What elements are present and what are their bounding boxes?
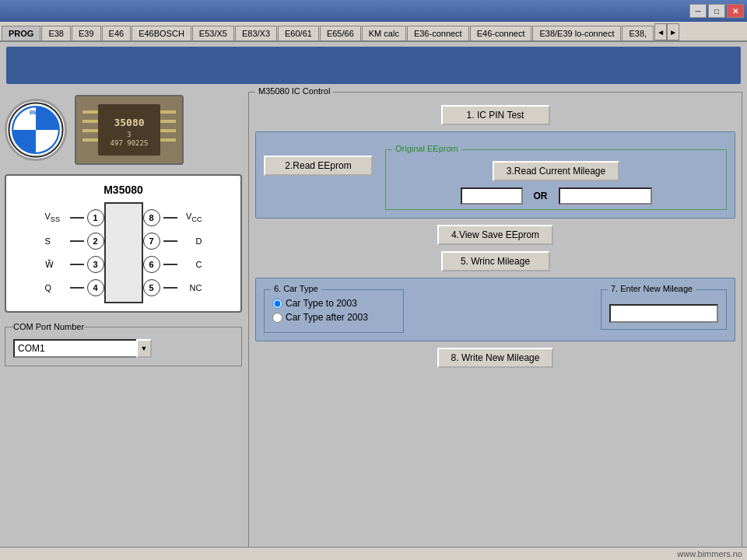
pin-line-6 — [163, 264, 177, 265]
tab-e6566[interactable]: E65/66 — [320, 26, 361, 40]
view-save-eeprom-row: 4.View Save EEprom — [255, 225, 735, 245]
new-mileage-legend: 7. Enter New Mileage — [608, 284, 696, 293]
com-select-row: COM1 COM2 COM3 COM4 ▼ — [13, 339, 233, 358]
view-save-eeprom-button[interactable]: 4.View Save EEprom — [437, 225, 553, 245]
tab-e39[interactable]: E39 — [72, 26, 101, 40]
pin-label-vss: VSS — [45, 212, 67, 223]
car-type-to2003-radio[interactable] — [272, 299, 282, 309]
pin-row-8: VCC 8 — [143, 209, 202, 226]
pin-label-q: Q — [45, 283, 67, 292]
car-type-mileage-row: 6. Car Type Car Type to 2003 Car Type af… — [264, 289, 727, 333]
pin-line-3 — [70, 264, 84, 265]
maximize-button[interactable]: □ — [708, 4, 725, 18]
pin-label-vcc: VCC — [181, 212, 202, 223]
write-new-mileage-button[interactable]: 8. Write New Mileage — [437, 348, 554, 368]
pin-label-d: D — [181, 236, 202, 246]
tab-e83x3[interactable]: E83/X3 — [235, 26, 277, 40]
pin-num-3: 3 — [87, 256, 104, 273]
svg-rect-12 — [160, 138, 176, 142]
tab-e38e39lo[interactable]: E38/E39 lo-connect — [532, 26, 621, 40]
logo-area: BMW — [5, 92, 242, 168]
com-port-select[interactable]: COM1 COM2 COM3 COM4 — [13, 339, 138, 358]
tab-scroll-left[interactable]: ◄ — [654, 23, 667, 40]
tab-e46[interactable]: E46 — [102, 26, 132, 40]
ic-pin-test-row: 1. IC PIN Test — [255, 105, 735, 125]
chip-image: 35080 3 497 9022S — [75, 95, 184, 165]
mileage-inputs-row: OR — [394, 187, 718, 205]
car-type-after2003-radio[interactable] — [272, 313, 282, 323]
tab-e36connect[interactable]: E36-connect — [407, 26, 469, 40]
new-mileage-box: 7. Enter New Mileage — [601, 289, 727, 330]
svg-rect-9 — [160, 110, 176, 114]
com-port-section: COM Port Number COM1 COM2 COM3 COM4 ▼ — [5, 322, 242, 366]
pin-num-5: 5 — [143, 279, 160, 296]
tab-e53x5[interactable]: E53/X5 — [192, 26, 234, 40]
wrinc-mileage-row: 5. Wrinc Mileage — [255, 251, 735, 271]
close-button[interactable]: ✕ — [727, 4, 744, 18]
tab-e46bosch[interactable]: E46BOSCH — [132, 26, 191, 40]
pin-num-2: 2 — [87, 233, 104, 250]
pin-label-w: W̄ — [45, 260, 67, 270]
select-arrow-icon[interactable]: ▼ — [136, 339, 152, 358]
pin-num-8: 8 — [143, 209, 160, 226]
tab-e6061[interactable]: E60/61 — [278, 26, 319, 40]
pin-row-5: NC 5 — [143, 279, 202, 296]
car-type-to2003-label[interactable]: Car Type to 2003 — [272, 298, 395, 309]
read-current-mileage-button[interactable]: 3.Read Current Mileage — [493, 161, 619, 181]
svg-rect-8 — [82, 138, 98, 142]
read-eeprom-button[interactable]: 2.Read EEprom — [264, 156, 373, 176]
mileage-input-2[interactable] — [559, 187, 652, 205]
tab-prog[interactable]: PROG — [2, 26, 40, 41]
minimize-button[interactable]: ─ — [689, 4, 707, 18]
svg-rect-7 — [82, 129, 98, 132]
car-type-legend: 6. Car Type — [271, 284, 321, 293]
eeprom-row: 2.Read EEprom Original EEprom 3.Read Cur… — [264, 140, 727, 210]
ic-diagram-title: M35080 — [16, 184, 231, 196]
window-controls: ─ □ ✕ — [689, 4, 744, 18]
svg-text:35080: 35080 — [114, 117, 144, 128]
pin-num-7: 7 — [143, 233, 160, 250]
ic-chip-body — [104, 202, 143, 303]
car-type-after2003-label[interactable]: Car Type after 2003 — [272, 312, 395, 323]
original-eeprom-box: Original EEprom 3.Read Current Mileage O… — [385, 149, 727, 210]
svg-text:3: 3 — [128, 131, 132, 138]
svg-rect-5 — [82, 110, 98, 114]
new-mileage-input-wrap — [609, 304, 718, 323]
new-mileage-input[interactable] — [609, 304, 718, 323]
bmw-logo: BMW — [5, 99, 67, 161]
pin-row-2: S 2 — [45, 233, 104, 250]
pin-label-c: C — [181, 260, 202, 269]
original-eeprom-wrap: Original EEprom 3.Read Current Mileage O… — [385, 140, 727, 210]
pin-label-nc: NC — [181, 283, 202, 292]
tab-e38[interactable]: E38 — [41, 26, 71, 40]
right-panel: M35080 IC Control 1. IC PIN Test 2.Read … — [248, 92, 742, 560]
tab-kmcalc[interactable]: KM calc — [362, 26, 406, 40]
read-eeprom-section: 2.Read EEprom Original EEprom 3.Read Cur… — [255, 131, 735, 219]
pin-line-8 — [163, 217, 177, 219]
pin-row-7: D 7 — [143, 233, 202, 250]
wrinc-mileage-button[interactable]: 5. Wrinc Mileage — [441, 251, 550, 271]
tab-e38comma[interactable]: E38, — [622, 26, 654, 40]
read-eeprom-btn-wrap: 2.Read EEprom — [264, 140, 373, 176]
title-bar: ─ □ ✕ — [0, 0, 747, 22]
svg-rect-11 — [160, 129, 176, 132]
ic-pin-test-button[interactable]: 1. IC PIN Test — [441, 105, 550, 125]
car-type-to2003-text: Car Type to 2003 — [286, 298, 357, 309]
svg-text:497 9022S: 497 9022S — [110, 139, 149, 147]
mileage-input-1[interactable] — [461, 187, 523, 205]
tab-bar: PROG E38 E39 E46 E46BOSCH E53/X5 E83/X3 … — [0, 22, 747, 42]
pin-row-3: W̄ 3 — [45, 256, 104, 273]
left-panel: BMW — [5, 92, 242, 560]
tab-scroll-right[interactable]: ► — [667, 23, 679, 40]
svg-rect-4 — [98, 104, 160, 156]
car-type-box: 6. Car Type Car Type to 2003 Car Type af… — [264, 289, 404, 333]
pin-label-s: S — [45, 236, 67, 246]
ic-pins-right: VCC 8 D 7 C 6 NC — [143, 209, 202, 296]
pin-row-6: C 6 — [143, 256, 202, 273]
com-port-fieldset: COM Port Number COM1 COM2 COM3 COM4 ▼ — [5, 322, 242, 366]
main-area: BMW — [0, 87, 747, 560]
ic-control-legend: M35080 IC Control — [255, 86, 333, 96]
tab-e46connect[interactable]: E46-connect — [470, 26, 532, 40]
header-bar — [6, 47, 741, 84]
svg-rect-10 — [160, 120, 176, 123]
